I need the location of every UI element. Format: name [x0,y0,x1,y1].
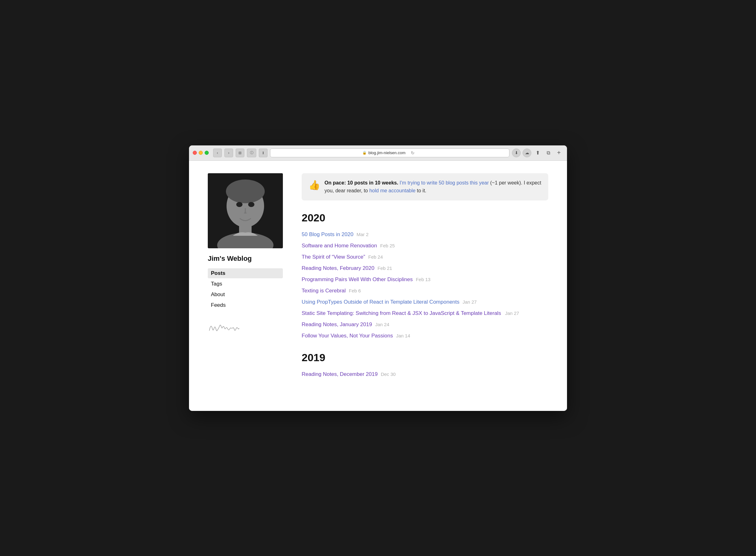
svg-point-5 [236,202,242,207]
avatar [208,173,283,248]
list-item: Reading Notes, December 2019 Dec 30 [302,371,548,377]
back-button[interactable]: ‹ [213,148,222,157]
address-bar[interactable]: 🔒 blog.jim-nielsen.com ↻ [270,148,510,157]
nav-link-posts[interactable]: Posts [208,268,283,278]
list-item: Software and Home Renovation Feb 25 [302,243,548,249]
url-text: blog.jim-nielsen.com [368,150,405,155]
notice-bold: On pace: 10 posts in 10 weeks. [325,180,398,185]
post-date: Feb 24 [368,254,383,259]
year-heading-2020: 2020 [302,212,548,224]
svg-point-2 [226,179,265,203]
nav-item-about: About [208,289,283,300]
main-content: 👍 On pace: 10 posts in 10 weeks. I'm try… [302,173,548,390]
section-2020: 2020 50 Blog Posts in 2020 Mar 2 Softwar… [302,212,548,339]
main-nav: Posts Tags About Feeds [208,268,283,310]
post-link[interactable]: Reading Notes, February 2020 [302,265,374,271]
post-link[interactable]: Reading Notes, January 2019 [302,321,372,328]
notice-end-text: to it. [417,188,426,193]
post-date: Mar 2 [356,232,368,237]
list-item: Follow Your Values, Not Your Passions Ja… [302,333,548,339]
tab-view-button[interactable]: ⊞ [236,148,244,157]
signature [208,320,283,337]
search-button[interactable]: I [259,148,267,157]
browser-actions: ⬇ ☁ ⬆ ⧉ + [512,148,563,157]
lock-icon: 🔒 [362,151,367,155]
list-item: Reading Notes, January 2019 Jan 24 [302,321,548,328]
post-date: Feb 25 [380,243,395,248]
browser-chrome: ‹ › ⊞ ⓘ I 🔒 blog.jim-nielsen.com ↻ ⬇ ☁ ⬆… [189,145,567,161]
page-layout: Jim's Weblog Posts Tags About Fe [208,173,548,390]
notice-link-2[interactable]: hold me accountable [369,188,416,193]
list-item: 50 Blog Posts in 2020 Mar 2 [302,232,548,238]
maximize-button[interactable] [205,151,209,155]
post-link[interactable]: The Spirit of “View Source” [302,254,365,260]
share-button[interactable]: ⬆ [533,148,542,157]
post-list-2020: 50 Blog Posts in 2020 Mar 2 Software and… [302,232,548,339]
reload-button[interactable]: ↻ [408,148,417,157]
post-link[interactable]: Follow Your Values, Not Your Passions [302,333,393,339]
reader-button[interactable]: ⓘ [247,148,256,157]
svg-point-6 [248,202,254,207]
sidebar: Jim's Weblog Posts Tags About Fe [208,173,283,390]
post-date: Jan 27 [505,311,519,316]
thumbs-up-icon: 👍 [308,179,320,190]
notice-link-1[interactable]: I'm trying to write 50 blog posts this y… [400,180,489,185]
cloud-button[interactable]: ☁ [523,148,531,157]
post-link[interactable]: Texting is Cerebral [302,288,346,294]
post-date: Feb 6 [349,288,361,293]
browser-window: ‹ › ⊞ ⓘ I 🔒 blog.jim-nielsen.com ↻ ⬇ ☁ ⬆… [189,145,567,411]
notice-box: 👍 On pace: 10 posts in 10 weeks. I'm try… [302,173,548,201]
post-link[interactable]: Programming Pairs Well With Other Discip… [302,276,413,283]
list-item: Programming Pairs Well With Other Discip… [302,276,548,283]
notice-text: On pace: 10 posts in 10 weeks. I'm tryin… [325,179,541,195]
nav-item-tags: Tags [208,279,283,289]
download-button[interactable]: ⬇ [512,148,521,157]
post-date: Dec 30 [381,372,396,377]
minimize-button[interactable] [199,151,203,155]
nav-item-feeds: Feeds [208,300,283,310]
post-date: Jan 27 [462,299,476,305]
post-link[interactable]: Reading Notes, December 2019 [302,371,378,377]
nav-item-posts: Posts [208,268,283,278]
nav-link-feeds[interactable]: Feeds [208,300,283,310]
section-2019: 2019 Reading Notes, December 2019 Dec 30 [302,351,548,377]
list-item: The Spirit of “View Source” Feb 24 [302,254,548,260]
nav-link-about[interactable]: About [208,289,283,300]
nav-list: Posts Tags About Feeds [208,268,283,310]
browser-content: Jim's Weblog Posts Tags About Fe [189,161,567,411]
forward-button[interactable]: › [224,148,233,157]
site-title: Jim's Weblog [208,254,283,263]
post-date: Feb 21 [377,266,392,271]
traffic-lights [193,151,209,155]
list-item: Reading Notes, February 2020 Feb 21 [302,265,548,271]
new-tab-button[interactable]: + [555,148,563,157]
year-heading-2019: 2019 [302,351,548,364]
post-link[interactable]: Software and Home Renovation [302,243,377,249]
post-date: Jan 14 [396,333,410,338]
post-date: Jan 24 [375,322,389,327]
list-item: Using PropTypes Outside of React in Temp… [302,299,548,305]
post-date: Feb 13 [416,277,431,282]
copy-tab-button[interactable]: ⧉ [544,148,553,157]
post-link[interactable]: Using PropTypes Outside of React in Temp… [302,299,459,305]
post-link[interactable]: 50 Blog Posts in 2020 [302,232,353,238]
list-item: Static Site Templating: Switching from R… [302,310,548,316]
nav-link-tags[interactable]: Tags [208,279,283,289]
list-item: Texting is Cerebral Feb 6 [302,288,548,294]
close-button[interactable] [193,151,197,155]
post-list-2019: Reading Notes, December 2019 Dec 30 [302,371,548,377]
post-link[interactable]: Static Site Templating: Switching from R… [302,310,501,316]
